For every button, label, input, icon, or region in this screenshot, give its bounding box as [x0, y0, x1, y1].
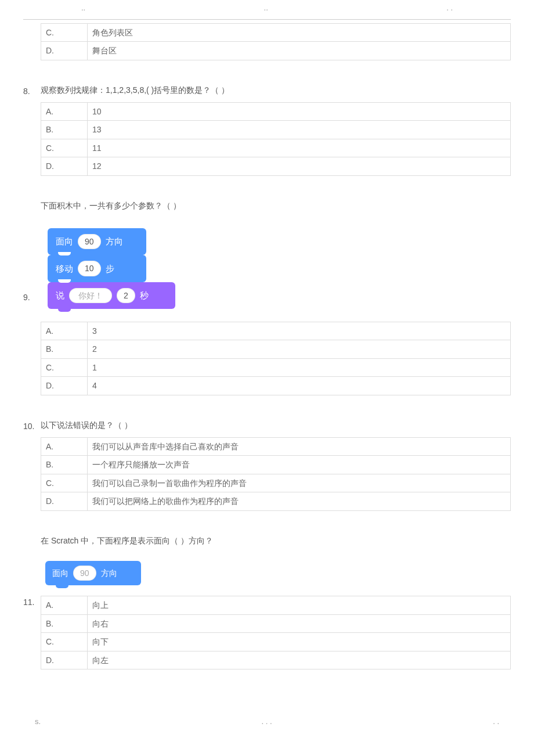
option-text: 12: [88, 157, 511, 175]
block-label: 面向: [52, 567, 68, 579]
option-letter: C.: [41, 139, 88, 157]
option-letter: A.: [41, 102, 88, 120]
option-letter: C.: [41, 474, 88, 492]
option-text: 向下: [88, 633, 511, 651]
question-number: 9.: [23, 290, 41, 304]
footer-dots: s. . . . . .: [23, 716, 511, 728]
footer-right: . .: [493, 716, 499, 728]
option-text: 4: [88, 377, 511, 395]
option-row[interactable]: D. 舞台区: [41, 42, 511, 60]
option-row[interactable]: B.一个程序只能播放一次声音: [41, 456, 511, 474]
option-row[interactable]: C.向下: [41, 633, 511, 651]
question-text: 下面积木中，一共有多少个参数？（ ）: [41, 199, 511, 212]
option-row[interactable]: C.11: [41, 139, 511, 157]
option-row[interactable]: A.10: [41, 102, 511, 120]
option-row[interactable]: D.12: [41, 157, 511, 175]
block-label: 秒: [140, 289, 149, 303]
option-row[interactable]: B.13: [41, 121, 511, 139]
options-table: A.3 B.2 C.1 D.4: [41, 322, 511, 395]
options-table: C. 角色列表区 D. 舞台区: [41, 23, 511, 60]
block-param: 2: [117, 288, 135, 303]
question-text: 在 Scratch 中，下面程序是表示面向（ ）方向？: [41, 534, 511, 547]
option-text: 13: [88, 121, 511, 139]
block-param: 90: [78, 234, 101, 249]
dot: . .: [446, 2, 453, 15]
option-row[interactable]: C. 角色列表区: [41, 23, 511, 41]
footer-left: s.: [35, 716, 41, 728]
question-number: 11.: [23, 595, 41, 609]
question-number: [23, 20, 41, 21]
dot: ..: [81, 2, 85, 15]
option-letter: D.: [41, 157, 88, 175]
question-text: 观察数列找规律：1,1,2,3,5,8,( )括号里的数是？（ ）: [41, 84, 511, 96]
option-text: 向右: [88, 614, 511, 632]
option-letter: A.: [41, 322, 88, 340]
question-7-tail: C. 角色列表区 D. 舞台区: [23, 20, 511, 60]
option-text: 1: [88, 358, 511, 376]
scratch-block-point-direction: 面向 90 方向: [45, 561, 141, 585]
block-label: 方向: [101, 567, 117, 579]
option-letter: A.: [41, 438, 88, 456]
question-10: 10. 以下说法错误的是？（ ） A.我们可以从声音库中选择自己喜欢的声音 B.…: [23, 419, 511, 511]
option-letter: D.: [41, 42, 88, 60]
scratch-block-stack: 面向 90 方向 移动 10 步 说 你好！ 2 秒: [41, 221, 182, 316]
option-text: 向上: [88, 596, 511, 614]
option-row[interactable]: B.2: [41, 340, 511, 358]
block-param: 你好！: [69, 288, 112, 303]
question-number: 10.: [23, 419, 41, 433]
block-label: 移动: [56, 262, 73, 276]
option-text: 一个程序只能播放一次声音: [88, 456, 511, 474]
question-11: 11. 在 Scratch 中，下面程序是表示面向（ ）方向？ 面向 90 方向…: [23, 534, 511, 669]
options-table: A.我们可以从声音库中选择自己喜欢的声音 B.一个程序只能播放一次声音 C.我们…: [41, 437, 511, 511]
dot: ..: [264, 2, 268, 15]
footer-mid: . . .: [262, 716, 272, 728]
question-9: 9. 下面积木中，一共有多少个参数？（ ） 面向 90 方向 移动 10 步 说…: [23, 199, 511, 395]
block-param: 10: [78, 261, 101, 276]
option-row[interactable]: A.3: [41, 322, 511, 340]
block-param: 90: [73, 566, 96, 581]
options-table: A.向上 B.向右 C.向下 D.向左: [41, 596, 511, 669]
options-table: A.10 B.13 C.11 D.12: [41, 102, 511, 176]
option-row[interactable]: C.我们可以自己录制一首歌曲作为程序的声音: [41, 474, 511, 492]
option-letter: B.: [41, 614, 88, 632]
option-text: 向左: [88, 651, 511, 669]
scratch-block-stack: 面向 90 方向: [41, 556, 146, 590]
option-row[interactable]: A.我们可以从声音库中选择自己喜欢的声音: [41, 438, 511, 456]
option-text: 2: [88, 340, 511, 358]
option-row[interactable]: D.我们可以把网络上的歌曲作为程序的声音: [41, 492, 511, 510]
option-letter: B.: [41, 456, 88, 474]
option-text: 我们可以从声音库中选择自己喜欢的声音: [88, 438, 511, 456]
option-text: 角色列表区: [88, 23, 511, 41]
scratch-block-move-steps: 移动 10 步: [48, 255, 146, 282]
question-text: 以下说法错误的是？（ ）: [41, 419, 511, 431]
option-letter: D.: [41, 651, 88, 669]
question-number: 8.: [23, 84, 41, 98]
option-letter: B.: [41, 340, 88, 358]
option-row[interactable]: A.向上: [41, 596, 511, 614]
option-text: 11: [88, 139, 511, 157]
option-letter: C.: [41, 358, 88, 376]
option-letter: B.: [41, 121, 88, 139]
block-label: 方向: [106, 235, 123, 249]
option-text: 3: [88, 322, 511, 340]
block-label: 面向: [56, 235, 73, 249]
option-text: 我们可以把网络上的歌曲作为程序的声音: [88, 492, 511, 510]
header-dots: .. .. . .: [23, 0, 511, 18]
block-label: 说: [56, 289, 64, 303]
option-text: 舞台区: [88, 42, 511, 60]
question-8: 8. 观察数列找规律：1,1,2,3,5,8,( )括号里的数是？（ ） A.1…: [23, 84, 511, 176]
option-letter: D.: [41, 492, 88, 510]
scratch-block-point-direction: 面向 90 方向: [48, 228, 146, 255]
scratch-block-say-for-secs: 说 你好！ 2 秒: [48, 282, 175, 309]
option-letter: C.: [41, 633, 88, 651]
option-row[interactable]: B.向右: [41, 614, 511, 632]
option-text: 我们可以自己录制一首歌曲作为程序的声音: [88, 474, 511, 492]
option-text: 10: [88, 102, 511, 120]
block-label: 步: [106, 262, 114, 276]
option-letter: A.: [41, 596, 88, 614]
option-row[interactable]: D.4: [41, 377, 511, 395]
option-row[interactable]: C.1: [41, 358, 511, 376]
option-letter: C.: [41, 23, 88, 41]
option-row[interactable]: D.向左: [41, 651, 511, 669]
option-letter: D.: [41, 377, 88, 395]
